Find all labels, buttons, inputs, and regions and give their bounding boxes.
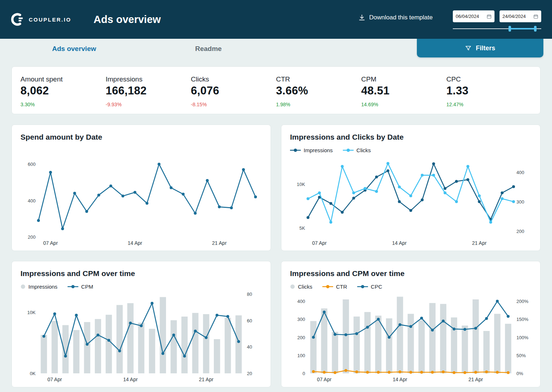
legend-label: CPM [81, 284, 93, 290]
date-to-input[interactable]: 24/04/2024 [500, 10, 541, 22]
download-label: Download this template [369, 14, 433, 21]
legend-dot-icon [20, 284, 26, 289]
kpi-delta: 14.69% [361, 102, 446, 107]
filters-button[interactable]: Filters [417, 39, 543, 57]
svg-text:14 Apr: 14 Apr [123, 377, 138, 382]
kpi-ctr: CTR 3.66% 1.98% [276, 75, 361, 108]
coupler-logo-icon [11, 13, 24, 26]
legend-line-icon [357, 284, 368, 289]
kpi-value: 8,062 [20, 84, 106, 97]
svg-text:60: 60 [247, 318, 252, 323]
legend-label: CTR [336, 284, 347, 290]
svg-text:300: 300 [516, 199, 524, 205]
filters-label: Filters [476, 45, 495, 52]
chart-title: Impressions and CPM over time [20, 269, 262, 278]
chart-legend: ImpressionsClicks [290, 147, 532, 153]
svg-text:10K: 10K [27, 310, 36, 315]
impressions-clicks-chart: 10K5K40030020007 Apr14 Apr21 Apr [290, 153, 532, 248]
legend-label: Impressions [304, 147, 333, 153]
svg-text:21 Apr: 21 Apr [212, 240, 227, 246]
legend-clicks-item[interactable]: Clicks [343, 147, 371, 153]
download-template-button[interactable]: Download this template [358, 14, 433, 21]
chart-title: Spend amount by Date [20, 133, 262, 141]
svg-text:200: 200 [297, 335, 305, 340]
date-range-slider[interactable] [453, 25, 541, 33]
tab-bar: Ads overview Readme Filters [0, 39, 552, 59]
svg-text:07 Apr: 07 Apr [47, 377, 62, 382]
svg-text:21 Apr: 21 Apr [472, 240, 487, 246]
svg-text:14 Apr: 14 Apr [393, 377, 408, 382]
svg-text:200%: 200% [516, 299, 529, 304]
svg-text:200: 200 [516, 229, 524, 234]
svg-text:0%: 0% [516, 371, 523, 376]
chart-legend: ImpressionsCPM [20, 284, 262, 290]
chart-card-clicks-ctr-cpc: Impressions and CPM over time ClicksCTRC… [281, 261, 540, 387]
kpi-label: Impressions [106, 75, 191, 83]
svg-text:40: 40 [247, 344, 252, 350]
kpi-value: 48.51 [361, 84, 446, 97]
svg-text:200: 200 [28, 234, 36, 240]
kpi-value: 166,182 [106, 84, 191, 97]
legend-line-icon [322, 284, 333, 289]
brand: COUPLER.IO [11, 13, 71, 26]
svg-text:400: 400 [28, 198, 36, 204]
kpi-value: 1.33 [446, 84, 532, 97]
kpi-label: CPM [361, 75, 446, 83]
slider-selected-range [509, 28, 535, 29]
svg-text:600: 600 [28, 162, 36, 167]
chart-title: Impressions and Clicks by Date [290, 133, 532, 141]
kpi-label: CTR [276, 75, 361, 83]
legend-cpc-item[interactable]: CPC [357, 284, 382, 290]
date-to-value: 24/04/2024 [502, 14, 526, 19]
legend-label: Clicks [298, 284, 312, 290]
chart-card-impressions-cpm: Impressions and CPM over time Impression… [12, 261, 271, 387]
svg-text:400: 400 [297, 299, 305, 304]
kpi-delta: -9.93% [106, 102, 191, 107]
legend-dot-icon [290, 284, 295, 289]
svg-text:80: 80 [247, 291, 252, 297]
charts-grid: Spend amount by Date 60040020007 Apr14 A… [12, 125, 540, 387]
kpi-clicks: Clicks 6,076 -8.15% [191, 75, 276, 108]
svg-text:0: 0 [303, 371, 305, 376]
svg-text:300: 300 [297, 317, 305, 322]
svg-text:5K: 5K [299, 225, 305, 231]
slider-handle-end[interactable] [534, 26, 537, 32]
slider-handle-start[interactable] [509, 26, 511, 32]
kpi-delta: 1.98% [276, 102, 361, 107]
kpi-delta: -8.15% [191, 102, 276, 107]
page-title: Ads overview [93, 14, 161, 25]
legend-cpm-item[interactable]: CPM [68, 284, 93, 290]
kpi-value: 3.66% [276, 84, 361, 97]
chart-card-impressions-clicks: Impressions and Clicks by Date Impressio… [281, 125, 540, 251]
tab-readme[interactable]: Readme [195, 39, 222, 59]
kpi-delta: 12.47% [446, 102, 532, 107]
svg-text:400: 400 [516, 170, 524, 175]
legend-line-icon [343, 148, 354, 153]
spend-by-date-chart: 60040020007 Apr14 Apr21 Apr [20, 141, 262, 248]
chart-card-spend-by-date: Spend amount by Date 60040020007 Apr14 A… [12, 125, 271, 251]
legend-impressions-item[interactable]: Impressions [290, 147, 333, 153]
tab-ads-overview[interactable]: Ads overview [52, 39, 96, 59]
svg-text:21 Apr: 21 Apr [199, 377, 213, 382]
date-from-input[interactable]: 06/04/2024 [453, 10, 494, 22]
svg-text:14 Apr: 14 Apr [128, 240, 142, 246]
kpi-cpc: CPC 1.33 12.47% [446, 75, 532, 108]
kpi-impressions: Impressions 166,182 -9.93% [106, 75, 191, 108]
filter-icon [465, 45, 472, 51]
kpi-amount-spent: Amount spent 8,062 3.30% [20, 75, 106, 108]
brand-name: COUPLER.IO [29, 17, 71, 23]
legend-label: Clicks [356, 147, 371, 153]
svg-text:100%: 100% [516, 335, 529, 340]
legend-clicks-item[interactable]: Clicks [290, 284, 312, 290]
legend-label: CPC [371, 284, 382, 290]
svg-text:14 Apr: 14 Apr [392, 240, 407, 246]
clicks-ctr-cpc-chart: 4003002001000200%150%100%50%0%07 Apr14 A… [290, 290, 532, 384]
svg-text:07 Apr: 07 Apr [312, 240, 327, 246]
kpi-label: Amount spent [20, 75, 106, 83]
legend-line-icon [290, 148, 301, 153]
download-icon [358, 14, 365, 21]
legend-ctr-item[interactable]: CTR [322, 284, 347, 290]
chart-title: Impressions and CPM over time [290, 269, 532, 278]
kpi-delta: 3.30% [20, 102, 106, 107]
legend-impressions-item[interactable]: Impressions [20, 284, 58, 290]
